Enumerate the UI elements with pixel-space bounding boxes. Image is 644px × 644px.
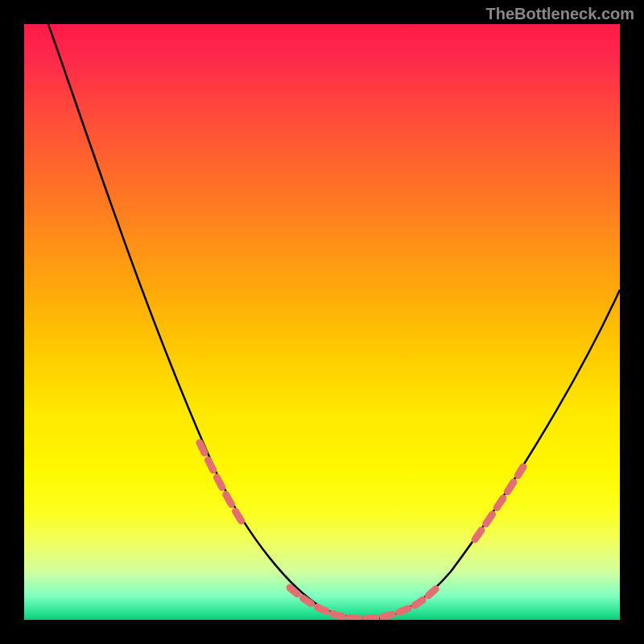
curve-svg xyxy=(24,24,620,620)
dashed-left-upper xyxy=(200,443,246,527)
dashed-right-upper xyxy=(475,467,523,539)
dashed-floor xyxy=(290,586,439,618)
bottleneck-curve xyxy=(48,24,620,619)
plot-area xyxy=(24,24,620,620)
watermark-text: TheBottleneck.com xyxy=(486,5,634,23)
chart-container: TheBottleneck.com xyxy=(0,0,644,644)
